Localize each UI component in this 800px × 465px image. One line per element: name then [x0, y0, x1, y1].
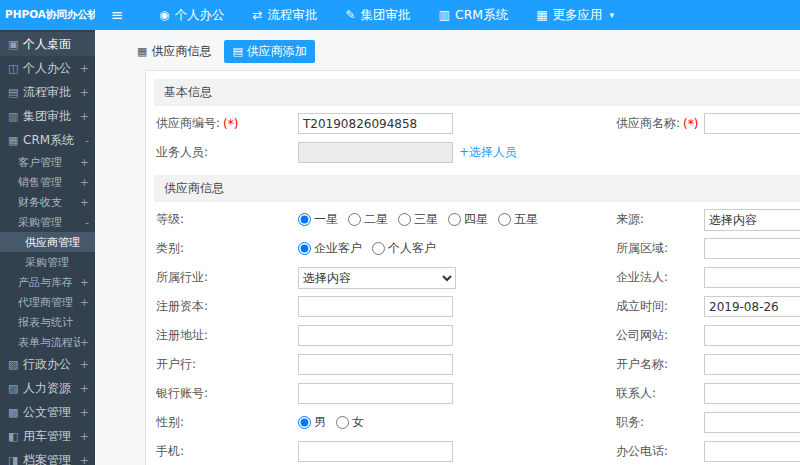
nav-item-label: 个人办公 — [174, 7, 224, 24]
menu-toggle-button[interactable]: ≡ — [95, 0, 139, 30]
sidebar-item-customer-mgmt[interactable]: 客户管理+ — [0, 152, 95, 172]
sidebar-item-crm-system[interactable]: ▦CRM系统- — [0, 128, 95, 152]
level-option-2[interactable]: 三星 — [398, 211, 438, 228]
choose-person-link[interactable]: +选择人员 — [459, 144, 517, 161]
hr-icon: ▨ — [8, 382, 23, 395]
industry-field: 选择内容 — [298, 267, 616, 289]
account-name-input[interactable] — [704, 354, 800, 375]
industry-select[interactable]: 选择内容 — [298, 267, 456, 289]
category-radio-0[interactable] — [298, 242, 311, 255]
sidebar-item-finance-mgmt[interactable]: 财务收支+ — [0, 192, 95, 212]
gender-radio-0[interactable] — [298, 416, 311, 429]
sidebar-item-product-inventory[interactable]: 产品与库存+ — [0, 272, 95, 292]
legal-person-input[interactable] — [704, 267, 800, 288]
nav-item-label: CRM系统 — [455, 7, 508, 24]
supplier-name-input[interactable] — [704, 113, 800, 134]
nav-item-workflow-approval[interactable]: ⇄流程审批 — [238, 0, 331, 30]
section-title: 供应商信息 — [154, 175, 800, 202]
registered-capital-input[interactable] — [298, 296, 453, 317]
navbar-items: ◉个人办公⇄流程审批✎集团审批▥CRM系统▦更多应用▾ — [145, 0, 628, 30]
region-input[interactable] — [704, 238, 800, 259]
admin-icon: ▧ — [8, 358, 23, 371]
sidebar-item-personal-desktop[interactable]: ▣个人桌面 — [0, 32, 95, 56]
bank-input[interactable] — [298, 354, 453, 375]
gender-radio-1[interactable] — [336, 416, 349, 429]
level-radio-1[interactable] — [348, 213, 361, 226]
sidebar-item-purchase-mgmt-sub[interactable]: 采购管理 — [0, 252, 95, 272]
sidebar-item-label: 客户管理 — [18, 155, 62, 170]
registered-address-input[interactable] — [298, 325, 453, 346]
tab-supplier-add[interactable]: ▤供应商添加 — [224, 40, 314, 63]
expand-plus-icon: + — [80, 296, 89, 309]
caret-down-icon: ▾ — [610, 10, 615, 20]
sidebar-item-archive-mgmt[interactable]: ◨档案管理+ — [0, 448, 95, 465]
sidebar-item-group-approval[interactable]: ▥集团审批+ — [0, 104, 95, 128]
office-phone-input[interactable] — [704, 441, 800, 462]
sidebar-item-human-resources[interactable]: ▨人力资源+ — [0, 376, 95, 400]
source-select[interactable]: 选择内容 — [704, 209, 800, 231]
level-option-1[interactable]: 二星 — [348, 211, 388, 228]
sidebar-item-reports-stats[interactable]: 报表与统计 — [0, 312, 95, 332]
expand-plus-icon: + — [80, 156, 89, 169]
sidebar-item-workflow-approval[interactable]: ▤流程审批+ — [0, 80, 95, 104]
sidebar-item-label: 个人办公 — [23, 60, 71, 77]
contact-person-input[interactable] — [704, 383, 800, 404]
mobile-input[interactable] — [298, 441, 453, 462]
tab-supplier-info[interactable]: ▦供应商信息 — [129, 40, 219, 63]
sidebar-item-admin-office[interactable]: ▧行政办公+ — [0, 352, 95, 376]
top-navbar: PHPOA协同办公软件 ≡ ◉个人办公⇄流程审批✎集团审批▥CRM系统▦更多应用… — [0, 0, 800, 30]
sidebar-item-form-workflow-settings[interactable]: 表单与流程设置+ — [0, 332, 95, 352]
account-name-field — [704, 354, 800, 375]
expand-plus-icon: + — [80, 336, 89, 349]
position-input[interactable] — [704, 412, 800, 433]
sidebar-item-label: 公文管理 — [23, 404, 71, 421]
group-approval-icon: ▥ — [8, 110, 23, 123]
sidebar-item-purchase-mgmt[interactable]: 采购管理- — [0, 212, 95, 232]
bank-account-input[interactable] — [298, 383, 453, 404]
contact-person-label: 联系人: — [616, 385, 704, 402]
sidebar-item-label: 集团审批 — [23, 108, 71, 125]
sidebar-item-label: CRM系统 — [23, 132, 74, 149]
docs-icon: ▩ — [8, 406, 23, 419]
nav-item-group-approval[interactable]: ✎集团审批 — [332, 0, 425, 30]
source-label: 来源: — [616, 211, 704, 228]
nav-item-more-apps[interactable]: ▦更多应用▾ — [522, 0, 628, 30]
sidebar-item-supplier-mgmt[interactable]: 供应商管理 — [0, 232, 95, 252]
level-radio-4[interactable] — [498, 213, 511, 226]
supplier-code-input[interactable] — [298, 113, 453, 134]
sidebar-item-label: 流程审批 — [23, 84, 71, 101]
form-row: 等级:一星二星三星四星五星来源:选择内容 — [146, 205, 800, 234]
company-website-field — [704, 325, 800, 346]
sidebar-item-document-mgmt[interactable]: ▩公文管理+ — [0, 400, 95, 424]
company-website-input[interactable] — [704, 325, 800, 346]
category-radio-1[interactable] — [372, 242, 385, 255]
sidebar-item-agent-mgmt[interactable]: 代理商管理+ — [0, 292, 95, 312]
sidebar-item-personal-office[interactable]: ◫个人办公+ — [0, 56, 95, 80]
nav-item-crm-system[interactable]: ▥CRM系统 — [425, 0, 523, 30]
level-option-0[interactable]: 一星 — [298, 211, 338, 228]
category-option-0[interactable]: 企业客户 — [298, 240, 362, 257]
personal-office-icon: ◫ — [8, 62, 23, 75]
supplier-code-field — [298, 113, 616, 134]
level-radio-0[interactable] — [298, 213, 311, 226]
founded-date-input[interactable] — [704, 296, 800, 317]
category-option-1[interactable]: 个人客户 — [372, 240, 436, 257]
sidebar-item-vehicle-mgmt[interactable]: ◧用车管理+ — [0, 424, 95, 448]
archive-icon: ◨ — [8, 454, 23, 465]
level-option-3[interactable]: 四星 — [448, 211, 488, 228]
app-logo: PHPOA协同办公软件 — [0, 8, 95, 22]
level-radio-3[interactable] — [448, 213, 461, 226]
required-marker: (*) — [223, 117, 238, 131]
mobile-label: 手机: — [156, 443, 298, 460]
position-label: 职务: — [616, 414, 704, 431]
level-option-4[interactable]: 五星 — [498, 211, 538, 228]
business-person-label: 业务人员: — [156, 144, 298, 161]
gender-option-1[interactable]: 女 — [336, 414, 364, 431]
level-field: 一星二星三星四星五星 — [298, 211, 616, 228]
level-radio-2[interactable] — [398, 213, 411, 226]
business-person-input[interactable] — [298, 142, 453, 163]
sidebar-item-sales-mgmt[interactable]: 销售管理+ — [0, 172, 95, 192]
gender-option-0[interactable]: 男 — [298, 414, 326, 431]
nav-item-personal-office[interactable]: ◉个人办公 — [145, 0, 238, 30]
source-field: 选择内容 — [704, 209, 800, 231]
